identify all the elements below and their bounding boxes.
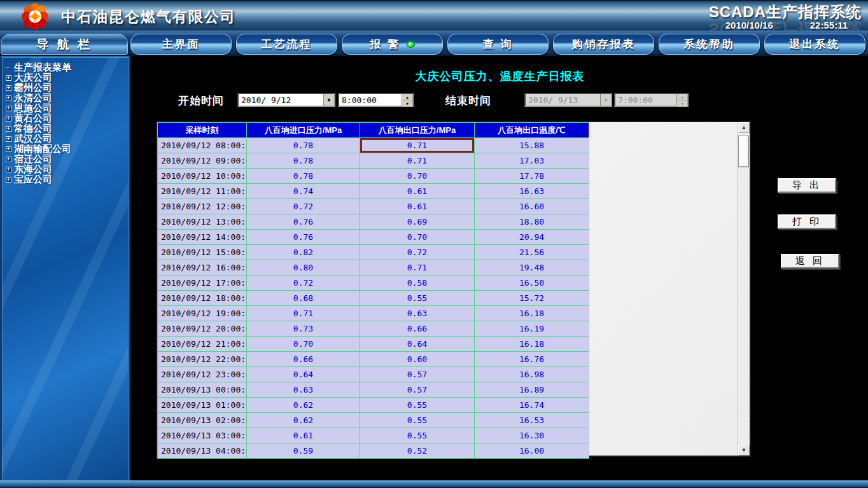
- value-cell[interactable]: 16.98: [475, 367, 589, 382]
- value-cell[interactable]: 0.63: [247, 382, 360, 398]
- value-cell[interactable]: 17.78: [475, 169, 589, 184]
- tree-expand-icon[interactable]: +: [6, 136, 11, 142]
- value-cell[interactable]: 0.74: [247, 184, 360, 199]
- nav-button-query[interactable]: 查 询: [447, 34, 549, 55]
- value-cell[interactable]: 0.58: [360, 275, 475, 291]
- value-cell[interactable]: 0.59: [247, 443, 360, 459]
- nav-button-process[interactable]: 工艺流程: [236, 34, 337, 55]
- back-button[interactable]: 返 回: [781, 254, 839, 268]
- value-cell[interactable]: 0.64: [360, 337, 475, 352]
- value-cell[interactable]: 0.70: [360, 169, 475, 184]
- value-cell[interactable]: 16.00: [475, 443, 589, 459]
- value-cell[interactable]: 16.30: [475, 428, 589, 443]
- value-cell[interactable]: 18.80: [475, 214, 589, 230]
- timestamp-cell[interactable]: 2010/09/12 12:00:00: [158, 199, 247, 214]
- value-cell[interactable]: 0.55: [360, 413, 475, 428]
- value-cell[interactable]: 0.61: [247, 428, 360, 443]
- tree-expand-icon[interactable]: +: [6, 106, 11, 111]
- export-button[interactable]: 导 出: [778, 178, 836, 193]
- timestamp-cell[interactable]: 2010/09/13 01:00:00: [158, 398, 247, 413]
- value-cell[interactable]: 0.82: [247, 245, 360, 260]
- start-date-select[interactable]: 2010/ 9/12 ▼: [237, 93, 335, 107]
- value-cell[interactable]: 0.64: [247, 367, 360, 382]
- timestamp-cell[interactable]: 2010/09/13 00:00:00: [158, 382, 247, 398]
- value-cell[interactable]: 0.70: [247, 337, 360, 352]
- value-cell[interactable]: 0.73: [247, 321, 360, 337]
- spinner-up-icon[interactable]: ▲: [402, 94, 412, 101]
- value-cell[interactable]: 0.52: [360, 443, 475, 459]
- tree-expand-icon[interactable]: +: [6, 167, 11, 172]
- value-cell[interactable]: 0.76: [247, 214, 360, 230]
- vertical-scrollbar[interactable]: ▲ ▼: [738, 122, 750, 456]
- timestamp-cell[interactable]: 2010/09/12 23:00:00: [158, 367, 247, 382]
- value-cell[interactable]: 0.71: [360, 260, 475, 275]
- value-cell[interactable]: 16.18: [475, 337, 589, 352]
- value-cell[interactable]: 0.78: [247, 138, 360, 153]
- tree-expand-icon[interactable]: +: [6, 116, 11, 122]
- value-cell[interactable]: 16.53: [475, 413, 589, 428]
- timestamp-cell[interactable]: 2010/09/12 21:00:00: [158, 337, 247, 352]
- scrollbar-track[interactable]: [738, 133, 750, 445]
- value-cell[interactable]: 21.56: [475, 245, 589, 260]
- tree-expand-icon[interactable]: +: [6, 157, 11, 162]
- nav-button-help[interactable]: 系统帮助: [659, 34, 760, 55]
- value-cell[interactable]: 0.72: [360, 245, 475, 260]
- value-cell[interactable]: 16.89: [475, 382, 589, 398]
- scroll-down-icon[interactable]: ▼: [738, 445, 750, 456]
- value-cell[interactable]: 0.57: [360, 367, 475, 382]
- value-cell[interactable]: 0.69: [360, 214, 475, 230]
- value-cell[interactable]: 0.72: [247, 275, 360, 291]
- scroll-up-icon[interactable]: ▲: [738, 122, 750, 133]
- value-cell[interactable]: 0.78: [247, 153, 360, 169]
- value-cell[interactable]: 0.55: [360, 428, 475, 443]
- timestamp-cell[interactable]: 2010/09/12 15:00:00: [158, 245, 247, 260]
- value-cell[interactable]: 0.80: [247, 260, 360, 275]
- value-cell[interactable]: 0.55: [360, 398, 475, 413]
- value-cell[interactable]: 0.70: [360, 230, 475, 245]
- tree-expand-icon[interactable]: +: [6, 177, 11, 183]
- value-cell[interactable]: 0.71: [247, 306, 360, 321]
- tree-expand-icon[interactable]: +: [6, 126, 11, 132]
- value-cell[interactable]: 0.66: [247, 352, 360, 367]
- timestamp-cell[interactable]: 2010/09/12 16:00:00: [158, 260, 247, 275]
- timestamp-cell[interactable]: 2010/09/12 17:00:00: [158, 275, 247, 291]
- value-cell[interactable]: 0.71: [360, 138, 475, 153]
- value-cell[interactable]: 15.88: [475, 138, 589, 153]
- timestamp-cell[interactable]: 2010/09/12 14:00:00: [158, 230, 247, 245]
- timestamp-cell[interactable]: 2010/09/12 18:00:00: [158, 291, 247, 306]
- nav-button-exit[interactable]: 退出系统: [764, 34, 865, 55]
- value-cell[interactable]: 0.61: [360, 199, 475, 214]
- value-cell[interactable]: 16.60: [475, 199, 589, 214]
- timestamp-cell[interactable]: 2010/09/12 08:00:00: [158, 138, 247, 153]
- value-cell[interactable]: 0.72: [247, 199, 360, 214]
- value-cell[interactable]: 0.68: [247, 291, 360, 306]
- timestamp-cell[interactable]: 2010/09/13 04:00:00: [158, 443, 247, 459]
- value-cell[interactable]: 0.62: [247, 413, 360, 428]
- tree-expand-icon[interactable]: +: [6, 146, 11, 152]
- nav-tab-sidebar[interactable]: 导 航 栏: [1, 34, 128, 55]
- nav-button-inventory[interactable]: 购销存报表: [553, 34, 654, 55]
- tree-expand-icon[interactable]: +: [6, 75, 11, 81]
- start-time-input[interactable]: 8:00:00 ▲ ▼: [338, 93, 414, 107]
- value-cell[interactable]: 0.66: [360, 321, 475, 337]
- timestamp-cell[interactable]: 2010/09/13 03:00:00: [158, 428, 247, 443]
- value-cell[interactable]: 16.63: [475, 184, 589, 199]
- scrollbar-thumb[interactable]: [739, 136, 748, 167]
- nav-button-alarm[interactable]: 报 警: [342, 34, 443, 55]
- tree-expand-icon[interactable]: +: [6, 95, 11, 101]
- value-cell[interactable]: 0.71: [360, 153, 475, 169]
- print-button[interactable]: 打 印: [778, 214, 836, 229]
- nav-button-main[interactable]: 主界面: [130, 34, 232, 55]
- value-cell[interactable]: 16.18: [475, 306, 589, 321]
- tree-expand-icon[interactable]: +: [6, 85, 11, 91]
- sidebar-item-10[interactable]: +宝应公司: [6, 174, 126, 185]
- timestamp-cell[interactable]: 2010/09/12 22:00:00: [158, 352, 247, 367]
- timestamp-cell[interactable]: 2010/09/12 13:00:00: [158, 214, 247, 230]
- value-cell[interactable]: 0.78: [247, 169, 360, 184]
- value-cell[interactable]: 16.50: [475, 275, 589, 291]
- value-cell[interactable]: 16.76: [475, 352, 589, 367]
- timestamp-cell[interactable]: 2010/09/12 09:00:00: [158, 153, 247, 169]
- value-cell[interactable]: 0.55: [360, 291, 475, 306]
- timestamp-cell[interactable]: 2010/09/12 19:00:00: [158, 306, 247, 321]
- value-cell[interactable]: 0.76: [247, 230, 360, 245]
